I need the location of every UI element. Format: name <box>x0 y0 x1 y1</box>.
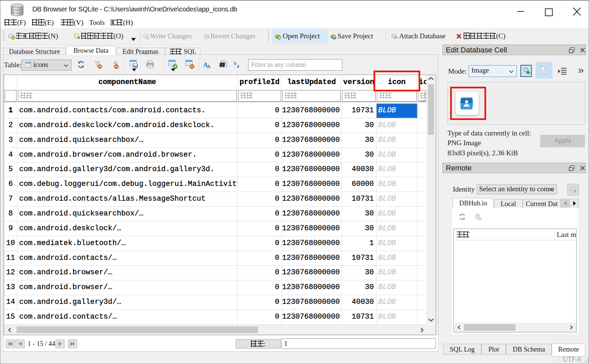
svg-text:a: a <box>237 63 239 69</box>
svg-text:b: b <box>234 61 236 66</box>
svg-text:A: A <box>207 64 210 69</box>
